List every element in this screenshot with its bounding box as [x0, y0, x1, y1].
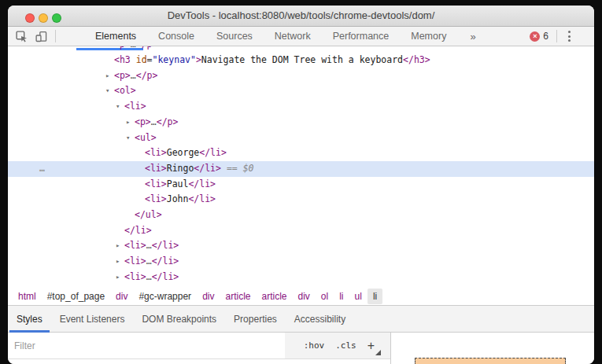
tree-row-code: <li>George</li> [145, 145, 227, 161]
tree-row-code: <li>…</li> [124, 270, 179, 285]
panel-tabs: ElementsConsoleSourcesNetworkPerformance… [84, 27, 457, 46]
tab-accessibility[interactable]: Accessibility [286, 306, 354, 332]
tree-row-code: <p>…</p> [114, 68, 157, 84]
tab-memory[interactable]: Memory [400, 27, 457, 46]
inspect-element-icon[interactable] [15, 30, 28, 42]
styles-filter-input[interactable] [8, 333, 285, 358]
expand-arrow-icon[interactable]: ▸ [105, 68, 109, 84]
tree-row-code: <p>…</p> [114, 46, 157, 53]
expand-arrow-icon[interactable]: ▸ [116, 270, 120, 285]
titlebar: DevTools - localhost:8080/web/tools/chro… [8, 6, 594, 27]
devtools-window: DevTools - localhost:8080/web/tools/chro… [8, 6, 594, 364]
styles-list-area [8, 359, 390, 364]
tree-row[interactable]: ▸<p>…</p> [8, 115, 594, 131]
tree-row[interactable]: …<li>Ringo</li> == $0 [8, 161, 594, 177]
expand-arrow-icon[interactable]: ▸ [116, 238, 120, 254]
tree-row[interactable]: </ul> [8, 208, 594, 223]
styles-left-pane: :hov.cls+ [8, 333, 390, 364]
breadcrumb-item[interactable]: li [334, 289, 349, 304]
tree-row[interactable]: <li>John</li> [8, 192, 594, 208]
tree-row[interactable]: ▸<li>…</li> [8, 270, 594, 285]
window-title: DevTools - localhost:8080/web/tools/chro… [8, 6, 594, 26]
tab-sources[interactable]: Sources [205, 27, 264, 46]
settings-menu-icon[interactable] [565, 31, 574, 42]
more-tabs-button[interactable]: » [465, 31, 480, 42]
breadcrumb-item[interactable]: article [256, 289, 292, 304]
tab-properties[interactable]: Properties [225, 306, 286, 332]
tree-row[interactable]: ▸<li>…</li> [8, 238, 594, 254]
tree-row[interactable]: ▾<ul> [8, 131, 594, 146]
tree-row[interactable]: ▾<ol> [8, 83, 594, 99]
expand-arrow-icon[interactable]: ▸ [105, 46, 109, 53]
breadcrumb-item[interactable]: html [13, 289, 42, 304]
tree-row[interactable]: ▸<p>…</p> [8, 68, 594, 84]
breadcrumb-item[interactable]: div [110, 289, 133, 304]
toolbar-divider [556, 30, 557, 42]
styles-toggle-group: :hov.cls+ [304, 339, 375, 353]
tree-row-code: </ul> [135, 208, 162, 223]
dom-tree: ▸<p>…</p><h3 id="keynav">Navigate the DO… [8, 46, 594, 288]
sidebar-tabs: StylesEvent ListenersDOM BreakpointsProp… [8, 306, 594, 333]
tree-row[interactable]: ▸<p>…</p> [8, 46, 594, 53]
tab-elements[interactable]: Elements [84, 27, 147, 46]
styles-pane: :hov.cls+ [8, 333, 594, 364]
styles-filter-bar: :hov.cls+ [8, 333, 390, 359]
tab-console[interactable]: Console [147, 27, 205, 46]
breadcrumb-item[interactable]: article [220, 289, 256, 304]
tab-styles[interactable]: Styles [8, 306, 51, 332]
breadcrumb-item[interactable]: #top_of_page [42, 289, 110, 304]
box-model-margin-box[interactable] [415, 358, 566, 364]
expand-arrow-icon[interactable]: ▸ [116, 254, 120, 270]
tree-row-code: <li> [124, 99, 146, 115]
collapse-arrow-icon[interactable]: ▾ [126, 131, 130, 146]
tree-row[interactable]: </li> [8, 223, 594, 239]
tree-row[interactable]: <li>Paul</li> [8, 177, 594, 193]
breadcrumb-item[interactable]: ol [316, 289, 334, 304]
computed-pane [391, 333, 594, 364]
tree-row[interactable]: ▸<li>…</li> [8, 254, 594, 270]
tree-row-code: <ol> [114, 83, 136, 99]
error-count: 6 [543, 31, 548, 42]
breadcrumb: html#top_of_pagediv#gc-wrapperdivarticle… [8, 288, 594, 306]
breadcrumb-item[interactable]: ul [349, 289, 367, 304]
breadcrumb-item[interactable]: div [293, 289, 316, 304]
toggle-class[interactable]: .cls [335, 340, 356, 351]
device-toolbar-icon[interactable] [35, 30, 47, 42]
tree-row-code: <h3 id="keynav">Navigate the DOM Tree wi… [114, 53, 430, 68]
collapse-arrow-icon[interactable]: ▾ [116, 99, 120, 115]
tab-performance[interactable]: Performance [322, 27, 401, 46]
breadcrumb-item[interactable]: #gc-wrapper [133, 289, 197, 304]
tree-row-code: <li>John</li> [145, 192, 216, 208]
tab-event-listeners[interactable]: Event Listeners [51, 306, 134, 332]
toolbar-divider [55, 30, 56, 42]
new-style-rule[interactable]: + [367, 339, 375, 353]
node-menu-icon[interactable]: … [39, 161, 46, 177]
tree-row[interactable]: ▾<li> [8, 99, 594, 115]
tab-dom-breakpoints[interactable]: DOM Breakpoints [133, 306, 225, 332]
tree-row-code: <li>…</li> [124, 238, 179, 254]
breadcrumb-item[interactable]: div [197, 289, 220, 304]
tree-row-code: <li>Ringo</li> == $0 [145, 161, 254, 177]
resize-grip-icon[interactable] [375, 350, 381, 355]
error-icon: × [530, 31, 540, 42]
tree-row-code: <li>…</li> [124, 254, 179, 270]
tree-row-code: <ul> [135, 131, 157, 146]
tab-network[interactable]: Network [264, 27, 322, 46]
tree-row[interactable]: <li>George</li> [8, 145, 594, 161]
tree-row-code: </li> [124, 223, 152, 239]
toolbar-right: × 6 [530, 30, 574, 42]
tree-row-code: <li>Paul</li> [145, 177, 216, 193]
expand-arrow-icon[interactable]: ▸ [126, 115, 130, 131]
tree-row-code: <p>…</p> [135, 115, 178, 131]
collapse-arrow-icon[interactable]: ▾ [105, 83, 109, 99]
error-count-badge[interactable]: × 6 [530, 31, 548, 42]
tree-row[interactable]: <h3 id="keynav">Navigate the DOM Tree wi… [8, 53, 594, 68]
breadcrumb-item[interactable]: li [367, 289, 382, 304]
main-toolbar: ElementsConsoleSourcesNetworkPerformance… [8, 27, 594, 46]
toggle-element-state[interactable]: :hov [304, 340, 325, 351]
